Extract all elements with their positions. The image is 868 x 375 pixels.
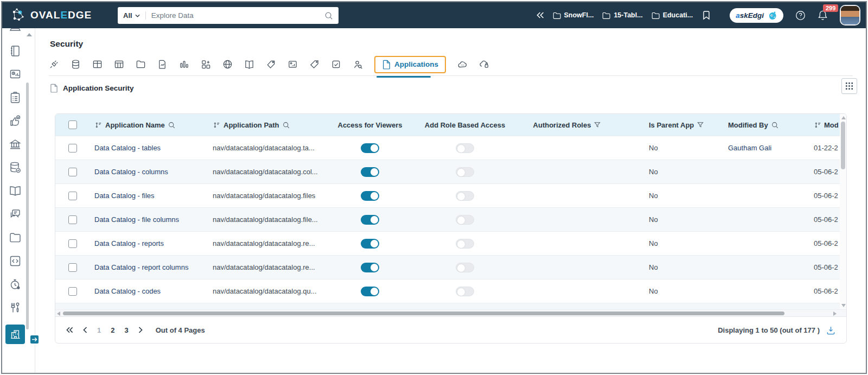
select-all-checkbox[interactable] <box>68 120 77 129</box>
application-name[interactable]: Data Catalog - report columns <box>94 263 188 271</box>
laptop-icon[interactable] <box>9 28 22 34</box>
search-icon[interactable] <box>324 11 333 20</box>
table-horizontal-scrollbar[interactable] <box>55 309 846 316</box>
globe-icon[interactable] <box>222 59 233 69</box>
help-icon[interactable] <box>795 10 806 21</box>
sidebar-scrollbar[interactable] <box>26 82 29 329</box>
ask-edgi-button[interactable]: askEdgi <box>730 8 783 23</box>
row-checkbox[interactable] <box>68 287 77 296</box>
collaboration-icon[interactable] <box>9 208 22 221</box>
clipboard-icon[interactable] <box>9 91 22 104</box>
projects-icon[interactable] <box>9 231 22 244</box>
certification-icon[interactable] <box>9 115 22 128</box>
image-chart-icon[interactable] <box>288 59 298 69</box>
tools-icon[interactable] <box>9 301 22 314</box>
report-columns-icon[interactable] <box>201 59 211 69</box>
search-scope-dropdown[interactable]: All <box>123 11 146 20</box>
recent-item-snowflake[interactable]: SnowFl... <box>553 11 594 19</box>
viewer-access-toggle[interactable] <box>361 215 379 225</box>
page-number-3[interactable]: 3 <box>124 326 128 334</box>
tab-applications[interactable]: Applications <box>374 56 446 73</box>
connector-icon[interactable] <box>49 59 59 69</box>
application-name[interactable]: Data Catalog - codes <box>94 287 161 295</box>
application-name[interactable]: Data Catalog - columns <box>94 168 168 176</box>
viewer-access-toggle[interactable] <box>361 287 379 296</box>
row-checkbox[interactable] <box>68 215 77 224</box>
tag-badge-icon[interactable] <box>266 59 276 69</box>
filter-icon[interactable] <box>594 122 601 128</box>
row-checkbox[interactable] <box>68 239 77 248</box>
cloud-api-icon[interactable] <box>457 59 468 69</box>
sort-icon[interactable] <box>94 121 102 129</box>
database-icon[interactable] <box>71 59 81 69</box>
notebook-icon[interactable] <box>9 45 22 58</box>
user-search-icon[interactable] <box>353 59 363 69</box>
row-checkbox[interactable] <box>68 192 77 200</box>
glossary-icon[interactable] <box>9 185 22 198</box>
page-number-1[interactable]: 1 <box>97 326 101 334</box>
first-page-button[interactable] <box>66 327 73 333</box>
cloud-lock-icon[interactable] <box>479 59 489 69</box>
data-quality-icon[interactable] <box>9 161 22 174</box>
tag-icon[interactable] <box>309 59 320 69</box>
application-name[interactable]: Data Catalog - files <box>94 192 155 200</box>
folder-icon <box>652 12 660 19</box>
checkbox-icon[interactable] <box>331 59 341 69</box>
brand-logo[interactable]: OVALEDGE <box>10 2 92 28</box>
application-path: nav/datacatalog/datacatalog.re... <box>213 239 315 247</box>
filter-icon[interactable] <box>697 122 704 128</box>
file-query-icon[interactable] <box>157 59 168 69</box>
table-vertical-scrollbar[interactable] <box>840 114 846 309</box>
role-access-toggle[interactable] <box>456 167 474 177</box>
application-name[interactable]: Data Catalog - reports <box>94 239 164 247</box>
viewer-access-toggle[interactable] <box>361 143 379 153</box>
role-access-toggle[interactable] <box>456 263 474 272</box>
table-row: Data Catalog - file columns nav/datacata… <box>55 207 841 231</box>
monitor-chart-icon[interactable] <box>9 68 22 81</box>
search-input[interactable] <box>146 11 324 20</box>
row-checkbox[interactable] <box>68 263 77 272</box>
avatar[interactable] <box>841 6 859 24</box>
governance-icon[interactable] <box>9 138 22 151</box>
table-icon[interactable] <box>92 59 103 69</box>
report-icon[interactable] <box>179 59 189 69</box>
role-access-toggle[interactable] <box>456 215 474 225</box>
sort-icon[interactable] <box>213 121 220 129</box>
role-access-toggle[interactable] <box>456 143 474 153</box>
bookmark-icon[interactable] <box>703 11 710 20</box>
sort-icon[interactable] <box>814 121 821 129</box>
codes-book-icon[interactable] <box>244 59 254 69</box>
notifications-button[interactable]: 299 <box>818 10 828 21</box>
administration-icon[interactable] <box>5 325 25 344</box>
role-access-toggle[interactable] <box>456 287 474 296</box>
role-access-toggle[interactable] <box>456 239 474 249</box>
notification-badge: 299 <box>823 4 838 12</box>
modified-date: 05-06-2 <box>814 168 838 176</box>
viewer-access-toggle[interactable] <box>361 167 379 177</box>
application-name[interactable]: Data Catalog - tables <box>94 144 161 152</box>
next-page-button[interactable] <box>138 327 143 333</box>
application-name[interactable]: Data Catalog - file columns <box>94 215 179 224</box>
viewer-access-toggle[interactable] <box>361 263 379 272</box>
query-sheet-icon[interactable] <box>9 255 22 268</box>
collapse-chevrons-icon[interactable] <box>537 12 544 18</box>
recent-item-15-tables[interactable]: 15-Tabl... <box>602 11 642 19</box>
row-checkbox[interactable] <box>68 144 77 152</box>
viewer-access-toggle[interactable] <box>361 239 379 249</box>
viewer-access-toggle[interactable] <box>361 191 379 201</box>
search-icon[interactable] <box>771 122 778 129</box>
column-settings-button[interactable] <box>841 78 857 94</box>
table-columns-icon[interactable] <box>114 59 124 69</box>
search-icon[interactable] <box>283 122 290 129</box>
recent-item-education[interactable]: Educati... <box>652 11 693 19</box>
page-number-2[interactable]: 2 <box>111 326 114 334</box>
sidebar-scroll-up-icon[interactable] <box>27 33 32 36</box>
row-checkbox[interactable] <box>68 168 77 176</box>
jobs-icon[interactable] <box>9 278 22 291</box>
previous-page-button[interactable] <box>83 327 87 333</box>
sidebar-expand-button[interactable] <box>29 334 40 345</box>
search-icon[interactable] <box>168 122 175 129</box>
download-icon[interactable] <box>826 326 835 335</box>
folder-icon[interactable] <box>136 59 146 69</box>
role-access-toggle[interactable] <box>456 191 474 201</box>
